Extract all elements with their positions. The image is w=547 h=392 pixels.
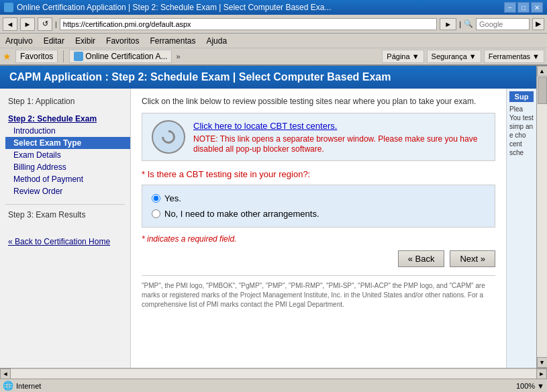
sidebar: Step 1: Application Step 2: Schedule Exa… [0,89,131,368]
radio-no-label[interactable]: No, I need to make other arrangements. [164,209,319,219]
scroll-h-track [11,369,536,379]
action-row: « Back Next » [142,250,495,267]
status-left: 🌐 Internet [3,381,513,391]
required-note-text: indicates a required field. [147,234,236,244]
back-to-certification-link[interactable]: Back to Certification Home [0,233,130,250]
scroll-left-button[interactable]: ◄ [0,369,11,379]
sidebar-item-exam-details[interactable]: Exam Details [0,149,130,161]
cbt-text: Click here to locate CBT test centers. N… [193,121,485,154]
radio-section: Yes. No, I need to make other arrangemen… [142,185,495,228]
status-bar: 🌐 Internet 100% ▼ [0,379,547,392]
favorites-certification-icon [74,52,83,61]
minimize-button[interactable]: − [504,2,516,13]
page-wrapper: CAPM Application : Step 2: Schedule Exam… [0,66,536,368]
page-header: CAPM Application : Step 2: Schedule Exam… [0,66,536,89]
forward-nav-button[interactable]: ► [20,17,35,31]
favorites-separator [63,50,64,62]
radio-no[interactable] [152,209,160,218]
sidebar-item-method-of-payment[interactable]: Method of Payment [0,173,130,185]
app-icon [4,3,13,12]
menu-ferramentas[interactable]: Ferramentas [147,36,198,46]
sidebar-item-billing-address[interactable]: Billing Address [0,161,130,173]
status-zoom-label[interactable]: 100% ▼ [516,382,544,390]
sidebar-item-introduction[interactable]: Introduction [0,125,130,137]
favorites-bar: ★ Favoritos Online Certification A... » … [0,48,547,66]
menu-favoritos[interactable]: Favoritos [103,36,142,46]
back-nav-button[interactable]: ◄ [3,17,17,31]
page-menu-label: Página ▼ [387,52,419,60]
menu-ajuda[interactable]: Ajuda [203,36,230,46]
sidebar-divider [5,204,125,205]
menu-arquivo[interactable]: Arquivo [3,36,36,46]
scroll-thumb[interactable] [538,77,547,104]
back-button[interactable]: « Back [398,250,445,267]
close-button[interactable]: ✕ [531,2,543,13]
step1-title: Step 1: Application [0,94,130,109]
footer-text: "PMP", the PMI logo, "PMBOK", "PgMP", "P… [142,275,495,309]
radio-yes-option: Yes. [152,191,485,206]
title-bar: Online Certification Application | Step … [0,0,547,15]
cbt-icon [152,120,185,154]
sidebar-item-review-order[interactable]: Review Order [0,185,130,197]
required-note: * indicates a required field. [142,234,495,244]
question-label: * Is there a CBT testing site in your re… [142,169,495,179]
content-area: Step 1: Application Step 2: Schedule Exa… [0,89,536,368]
url-label: | [55,20,57,28]
status-zone-label: Internet [16,382,41,390]
separator: | [459,20,461,28]
sidebar-item-select-exam-type[interactable]: Select Exam Type [5,137,130,149]
window-title: Online Certification Application | Step … [17,3,331,12]
scrollbar-right: ▲ ▼ [536,66,547,368]
go-button[interactable]: ► [440,18,456,30]
sup-text: Plea You test simp an e cho cent sche [509,105,534,157]
question-text: Is there a CBT testing site in your regi… [148,169,311,179]
favorites-star-icon: ★ [3,51,11,62]
status-internet-icon: 🌐 [3,381,13,391]
radio-yes[interactable] [152,194,160,203]
address-input[interactable] [60,18,437,30]
maximize-button[interactable]: □ [517,2,530,13]
favorites-right-toolbar: Página ▼ Segurança ▼ Ferramentas ▼ [382,50,544,63]
next-button[interactable]: Next » [450,250,495,267]
radio-no-option: No, I need to make other arrangements. [152,206,485,222]
tools-menu-label: Ferramentas ▼ [489,52,540,60]
menu-exibir[interactable]: Exibir [72,36,98,46]
sup-label: Sup [509,91,534,102]
scrollbar-bottom: ◄ ► [0,368,547,379]
cbt-box: Click here to locate CBT test centers. N… [142,113,495,161]
page-heading: CAPM Application : Step 2: Schedule Exam… [9,71,391,83]
scroll-track [537,77,548,357]
cbt-note: NOTE: This link opens a separate browser… [193,134,477,154]
page-menu[interactable]: Página ▼ [382,50,424,63]
scroll-right-button[interactable]: ► [536,369,547,379]
step3-title: Step 3: Exam Results [0,207,130,222]
favorites-label: Favoritos [20,52,53,61]
google-search-button[interactable]: ► [532,18,544,30]
cbt-link[interactable]: Click here to locate CBT test centers. [193,121,485,131]
favorites-button[interactable]: Favoritos [15,50,58,63]
status-right: 100% ▼ [516,382,544,390]
address-bar: ◄ ► ↺ | ► | 🔍 ► [0,15,547,34]
google-search-input[interactable] [476,18,530,30]
tools-menu[interactable]: Ferramentas ▼ [484,50,544,63]
refresh-button[interactable]: ↺ [38,17,52,31]
security-menu-label: Segurança ▼ [432,52,477,60]
favorites-more[interactable]: » [176,52,180,60]
security-menu[interactable]: Segurança ▼ [427,50,481,63]
radio-yes-label[interactable]: Yes. [164,193,181,203]
scroll-down-button[interactable]: ▼ [537,357,548,368]
menu-bar: Arquivo Editar Exibir Favoritos Ferramen… [0,34,547,48]
menu-editar[interactable]: Editar [41,36,67,46]
favorites-certification-link[interactable]: Online Certification A... [69,50,172,63]
required-asterisk: * [142,169,148,179]
cbt-icon-inner [159,128,178,146]
intro-text: Click on the link below to review possib… [142,97,495,106]
step2-title[interactable]: Step 2: Schedule Exam [0,111,130,125]
sup-sidebar: Sup Plea You test simp an e cho cent sch… [506,89,536,368]
scroll-up-button[interactable]: ▲ [537,66,548,77]
right-panel: Click on the link below to review possib… [131,89,506,368]
favorites-certification-label: Online Certification A... [85,52,167,61]
